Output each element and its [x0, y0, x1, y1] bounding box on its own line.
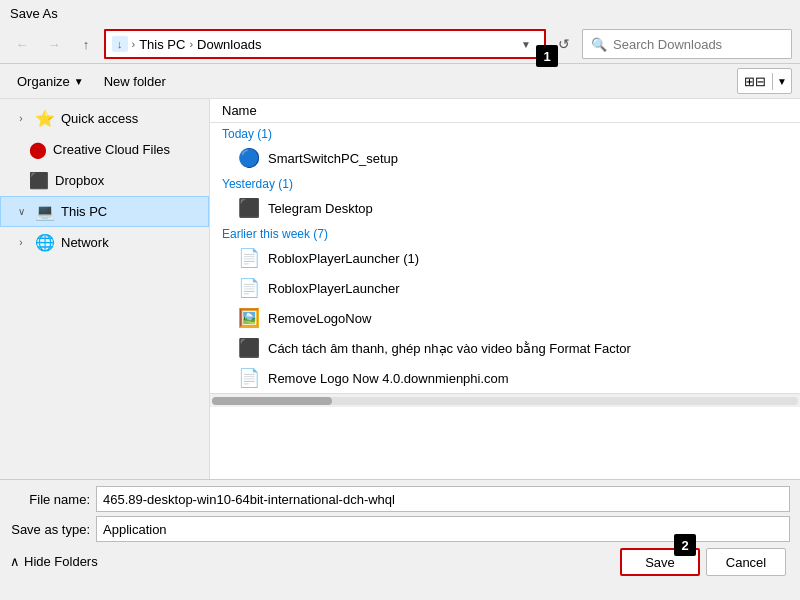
- sidebar-label: Network: [61, 235, 109, 250]
- this-pc-icon: 💻: [35, 202, 55, 221]
- creative-cloud-icon: ⬤: [29, 140, 47, 159]
- file-list-header: Name: [210, 99, 800, 123]
- breadcrumb-sep2: ›: [189, 38, 193, 50]
- breadcrumb-downloads: Downloads: [197, 37, 261, 52]
- list-item[interactable]: 📄 RobloxPlayerLauncher (1): [210, 243, 800, 273]
- action-bar: Organize ▼ New folder ⊞⊟ ▼: [0, 64, 800, 99]
- network-icon: 🌐: [35, 233, 55, 252]
- file-icon: ⬛: [238, 197, 260, 219]
- file-icon: 📄: [238, 367, 260, 389]
- buttons-row: 2 Save Cancel: [620, 548, 790, 576]
- sidebar-item-this-pc[interactable]: ∨ 💻 This PC: [0, 196, 209, 227]
- hide-folders-chevron-icon: ∧: [10, 554, 20, 569]
- view-mode-button[interactable]: ⊞⊟: [738, 71, 772, 92]
- scrollbar-track: [212, 397, 798, 405]
- expand-icon: ›: [13, 113, 29, 124]
- sidebar-item-network[interactable]: › 🌐 Network: [0, 227, 209, 258]
- file-name: Remove Logo Now 4.0.downmienphi.com: [268, 371, 509, 386]
- sidebar-item-quick-access[interactable]: › ⭐ Quick access: [0, 103, 209, 134]
- list-item[interactable]: 📄 Remove Logo Now 4.0.downmienphi.com: [210, 363, 800, 393]
- breadcrumb-dropdown-button[interactable]: ▼: [514, 31, 538, 57]
- main-content: › ⭐ Quick access ⬤ Creative Cloud Files …: [0, 99, 800, 479]
- window-title: Save As: [10, 6, 58, 21]
- breadcrumb-bar: ↓ › This PC › Downloads ▼: [104, 29, 546, 59]
- expand-icon: ∨: [13, 206, 29, 217]
- organize-chevron-icon: ▼: [74, 76, 84, 87]
- back-button[interactable]: ←: [8, 30, 36, 58]
- list-item[interactable]: 📄 RobloxPlayerLauncher: [210, 273, 800, 303]
- file-name: RobloxPlayerLauncher: [268, 281, 400, 296]
- date-group-earlier: Earlier this week (7): [210, 223, 800, 243]
- sidebar-label: This PC: [61, 204, 107, 219]
- step1-badge: 1: [536, 45, 558, 67]
- up-button[interactable]: ↑: [72, 30, 100, 58]
- sidebar-label: Creative Cloud Files: [53, 142, 170, 157]
- toolbar: ← → ↑ ↓ › This PC › Downloads ▼ 1 ↺ 🔍: [0, 25, 800, 64]
- bottom-area: File name: Save as type: Application ∧ H…: [0, 479, 800, 582]
- cancel-button[interactable]: Cancel: [706, 548, 786, 576]
- date-group-yesterday: Yesterday (1): [210, 173, 800, 193]
- save-type-label: Save as type:: [10, 522, 90, 537]
- step2-badge: 2: [674, 534, 696, 556]
- file-name: RemoveLogoNow: [268, 311, 371, 326]
- breadcrumb-sep1: ›: [132, 38, 136, 50]
- quick-access-icon: ⭐: [35, 109, 55, 128]
- search-icon: 🔍: [591, 37, 607, 52]
- file-icon: 📄: [238, 247, 260, 269]
- forward-button[interactable]: →: [40, 30, 68, 58]
- file-name-input[interactable]: [96, 486, 790, 512]
- breadcrumb-thispc: This PC: [139, 37, 185, 52]
- savetype-row: Save as type: Application: [10, 516, 790, 542]
- footer-row: ∧ Hide Folders 2 Save Cancel: [10, 546, 790, 576]
- file-icon: 🔵: [238, 147, 260, 169]
- view-grid-icon: ⊞⊟: [744, 74, 766, 89]
- scrollbar-thumb: [212, 397, 332, 405]
- filename-row: File name:: [10, 486, 790, 512]
- list-item[interactable]: 🖼️ RemoveLogoNow: [210, 303, 800, 333]
- file-name: Telegram Desktop: [268, 201, 373, 216]
- file-name: Cách tách âm thanh, ghép nhạc vào video …: [268, 341, 631, 356]
- file-name: RobloxPlayerLauncher (1): [268, 251, 419, 266]
- list-item[interactable]: ⬛ Telegram Desktop: [210, 193, 800, 223]
- list-item[interactable]: ⬛ Cách tách âm thanh, ghép nhạc vào vide…: [210, 333, 800, 363]
- sidebar: › ⭐ Quick access ⬤ Creative Cloud Files …: [0, 99, 210, 479]
- hide-folders-button[interactable]: ∧ Hide Folders: [10, 554, 98, 569]
- file-icon: ⬛: [238, 337, 260, 359]
- date-group-today: Today (1): [210, 123, 800, 143]
- expand-icon: ›: [13, 237, 29, 248]
- list-item[interactable]: 🔵 SmartSwitchPC_setup: [210, 143, 800, 173]
- view-dropdown-button[interactable]: ▼: [772, 73, 791, 90]
- search-input[interactable]: [613, 37, 783, 52]
- new-folder-button[interactable]: New folder: [95, 70, 175, 93]
- file-icon: 🖼️: [238, 307, 260, 329]
- organize-button[interactable]: Organize ▼: [8, 70, 93, 93]
- breadcrumb-download-icon: ↓: [112, 36, 128, 52]
- view-button: ⊞⊟ ▼: [737, 68, 792, 94]
- sidebar-label: Dropbox: [55, 173, 104, 188]
- title-bar: Save As: [0, 0, 800, 25]
- sidebar-item-creative-cloud[interactable]: ⬤ Creative Cloud Files: [0, 134, 209, 165]
- file-name: SmartSwitchPC_setup: [268, 151, 398, 166]
- file-list: Name Today (1) 🔵 SmartSwitchPC_setup Yes…: [210, 99, 800, 479]
- search-box: 🔍: [582, 29, 792, 59]
- horizontal-scrollbar[interactable]: [210, 393, 800, 407]
- file-icon: 📄: [238, 277, 260, 299]
- file-name-label: File name:: [10, 492, 90, 507]
- sidebar-item-dropbox[interactable]: ⬛ Dropbox: [0, 165, 209, 196]
- sidebar-label: Quick access: [61, 111, 138, 126]
- dropbox-icon: ⬛: [29, 171, 49, 190]
